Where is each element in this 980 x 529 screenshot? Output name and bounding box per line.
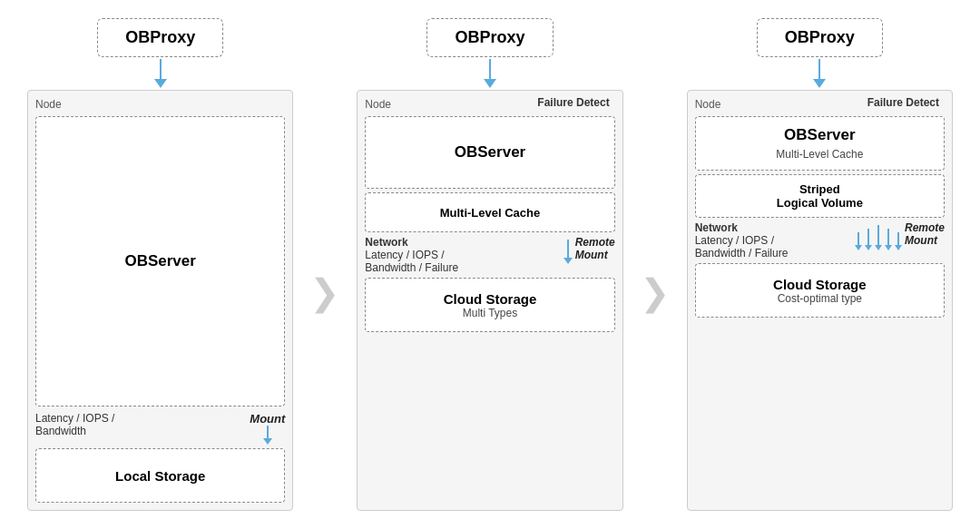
network-text-3: Latency / IOPS /Bandwidth / Failure	[695, 234, 855, 260]
observer-title-2: OBServer	[455, 143, 525, 162]
mount-label-1: Mount	[250, 412, 285, 426]
obproxy-label-1: OBProxy	[125, 28, 195, 46]
striped-box-3: StripedLogical Volume	[695, 174, 945, 218]
node-top-row-1: Node	[35, 98, 285, 114]
remote-mount-label-2: RemoteMount	[575, 236, 615, 261]
storage-title-1: Local Storage	[115, 468, 205, 484]
network-row-1: Latency / IOPS /Bandwidth Mount	[35, 412, 285, 445]
storage-subtitle-3: Cost-optimal type	[778, 292, 862, 305]
obproxy-label-3: OBProxy	[785, 28, 855, 46]
obproxy-box-1: OBProxy	[97, 18, 223, 57]
node-top-row-2: Node Failure Detect	[365, 98, 614, 114]
failure-detect-2: Failure Detect	[537, 96, 609, 109]
network-label-2: Network	[365, 236, 563, 249]
observer-box-1: OBServer	[35, 116, 285, 407]
observer-subtitle-3: Multi-Level Cache	[776, 148, 863, 161]
remote-mount-3: RemoteMount	[855, 221, 945, 250]
observer-title-1: OBServer	[124, 252, 195, 270]
storage-title-2: Cloud Storage	[444, 291, 537, 307]
column-cloud-storage: OBProxy Node Failure Detect OBServer Mul…	[357, 18, 622, 511]
node-container-2: Node Failure Detect OBServer Multi-Level…	[357, 90, 622, 511]
node-label-3: Node	[695, 98, 721, 111]
chevron-2: ❯	[640, 271, 671, 313]
storage-subtitle-2: Multi Types	[463, 307, 517, 319]
column-cost-optimal: OBProxy Node Failure Detect OBServer Mul…	[687, 18, 953, 511]
storage-title-3: Cloud Storage	[773, 277, 867, 292]
obproxy-box-3: OBProxy	[757, 18, 883, 57]
network-text-2: Latency / IOPS /Bandwidth / Failure	[365, 249, 563, 274]
storage-box-2: Cloud Storage Multi Types	[365, 278, 614, 332]
node-top-row-3: Node Failure Detect	[695, 98, 945, 114]
storage-box-1: Local Storage	[35, 448, 285, 503]
network-row-3: Network Latency / IOPS /Bandwidth / Fail…	[695, 221, 945, 260]
node-label-2: Node	[365, 98, 391, 111]
chevron-1: ❯	[309, 271, 340, 313]
obproxy-label-2: OBProxy	[455, 28, 524, 46]
node-container-3: Node Failure Detect OBServer Multi-Level…	[687, 90, 953, 511]
observer-box-2: OBServer	[365, 116, 614, 189]
network-label-3: Network	[695, 221, 855, 234]
node-container-1: Node OBServer Latency / IOPS /Bandwidth …	[27, 90, 293, 511]
obproxy-box-2: OBProxy	[426, 18, 553, 57]
network-row-2: Network Latency / IOPS /Bandwidth / Fail…	[365, 236, 614, 274]
node-label-1: Node	[35, 98, 62, 111]
storage-box-3: Cloud Storage Cost-optimal type	[695, 263, 945, 318]
architecture-diagram: OBProxy Node OBServer Latency / IOPS /Ba…	[0, 0, 980, 529]
mount-arrow-1: Mount	[250, 412, 285, 445]
failure-detect-3: Failure Detect	[867, 96, 939, 109]
remote-mount-2: RemoteMount	[564, 236, 615, 264]
arrow-obproxy-to-node-3	[813, 59, 826, 88]
network-text-1: Latency / IOPS /Bandwidth	[35, 412, 250, 437]
observer-box-3: OBServer Multi-Level Cache	[695, 116, 945, 171]
observer-title-3: OBServer	[784, 126, 855, 144]
cache-box-2: Multi-Level Cache	[365, 192, 614, 232]
arrow-obproxy-to-node-1	[154, 59, 167, 88]
remote-mount-label-3: RemoteMount	[905, 221, 945, 247]
arrow-obproxy-to-node-2	[484, 59, 496, 88]
column-local-storage: OBProxy Node OBServer Latency / IOPS /Ba…	[27, 18, 293, 511]
